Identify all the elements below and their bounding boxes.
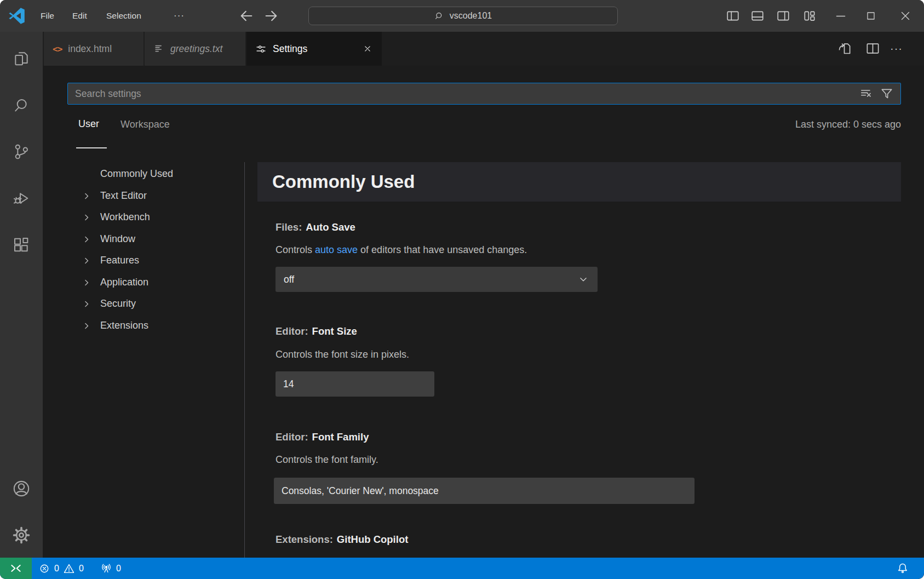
toggle-panel-icon[interactable]	[750, 8, 765, 24]
search-activity-icon[interactable]	[12, 96, 31, 114]
clear-search-icon[interactable]	[859, 87, 874, 101]
menu-selection-label: Selection	[106, 11, 141, 21]
broadcast-tower-icon	[100, 563, 112, 575]
section-heading-label: Commonly Used	[272, 171, 415, 192]
ellipsis-icon: ···	[890, 42, 903, 55]
toc-security[interactable]: Security	[43, 293, 237, 314]
setting-category: Editor:	[276, 325, 308, 337]
menu-selection[interactable]: Selection	[99, 0, 149, 32]
scope-tab-workspace[interactable]: Workspace	[120, 119, 170, 130]
scope-tab-user[interactable]: User	[78, 118, 99, 130]
command-center-value: vscode101	[450, 11, 492, 21]
vscode-logo-icon	[9, 8, 25, 24]
error-count: 0	[54, 564, 59, 574]
desc-text: Controls the font size in pixels.	[276, 349, 409, 360]
activity-bar	[0, 32, 43, 558]
setting-desc-editor-fontsize: Controls the font size in pixels.	[276, 349, 409, 360]
toggle-secondary-sidebar-icon[interactable]	[776, 8, 791, 24]
tab-index-html[interactable]: <> index.html	[44, 32, 144, 66]
vscode-window: File Edit Selection ··· vscode101	[0, 0, 924, 579]
font-size-input[interactable]	[276, 371, 434, 397]
setting-category: Editor:	[276, 431, 308, 443]
toc-commonly-used[interactable]: Commonly Used	[43, 163, 237, 185]
run-debug-icon[interactable]	[12, 189, 31, 208]
account-icon[interactable]	[12, 479, 31, 498]
setting-desc-editor-fontfamily: Controls the font family.	[276, 454, 378, 466]
command-center-search[interactable]: vscode101	[308, 7, 618, 25]
html-file-icon: <>	[53, 44, 62, 54]
remote-indicator-button[interactable]	[0, 558, 32, 579]
menu-edit[interactable]: Edit	[65, 0, 95, 32]
chevron-right-icon	[81, 191, 92, 202]
source-control-icon[interactable]	[12, 142, 31, 161]
toc-label: Security	[100, 298, 136, 309]
chevron-right-icon	[81, 234, 92, 245]
toc-divider	[244, 162, 245, 558]
chevron-right-icon	[81, 212, 92, 223]
toc-label: Text Editor	[100, 190, 147, 202]
maximize-window-button[interactable]	[863, 8, 879, 24]
settings-search-input[interactable]	[67, 83, 901, 105]
navigate-back-button[interactable]	[239, 8, 254, 24]
section-heading: Commonly Used	[257, 162, 901, 202]
minimize-window-button[interactable]	[833, 8, 848, 24]
navigate-forward-button[interactable]	[263, 8, 279, 24]
last-synced-label: Last synced: 0 secs ago	[795, 119, 901, 130]
setting-name: GitHub Copilot	[337, 534, 409, 545]
title-bar: File Edit Selection ··· vscode101	[0, 0, 924, 32]
filter-icon[interactable]	[880, 87, 894, 101]
open-settings-json-button[interactable]	[837, 41, 852, 56]
toc-text-editor[interactable]: Text Editor	[43, 185, 237, 207]
ports-count: 0	[116, 564, 121, 574]
tab-greetings-txt[interactable]: greetings.txt	[145, 32, 245, 66]
settings-editor: User Workspace Last synced: 0 secs ago C…	[43, 66, 924, 558]
status-bar: 0 0 0	[0, 558, 924, 579]
toc-extensions[interactable]: Extensions	[43, 315, 237, 336]
ellipsis-icon: ···	[174, 10, 185, 21]
toggle-primary-sidebar-icon[interactable]	[725, 8, 741, 24]
close-tab-icon[interactable]	[362, 43, 373, 54]
split-editor-button[interactable]	[865, 41, 880, 56]
menu-more-button[interactable]: ···	[166, 0, 192, 32]
autosave-select-value: off	[284, 274, 294, 285]
menu-file[interactable]: File	[33, 0, 62, 32]
settings-sliders-icon	[255, 43, 267, 55]
setting-category: Files:	[276, 221, 302, 233]
setting-name: Font Size	[312, 325, 357, 337]
setting-title-editor-fontsize: Editor:Font Size	[276, 325, 357, 337]
explorer-icon[interactable]	[12, 49, 31, 68]
toc-label: Commonly Used	[100, 168, 173, 180]
desc-text: Controls	[276, 244, 315, 255]
autosave-select[interactable]: off	[276, 267, 598, 292]
settings-gear-icon[interactable]	[12, 526, 31, 544]
toc-label: Extensions	[100, 320, 148, 331]
customize-layout-icon[interactable]	[802, 8, 817, 24]
extensions-icon[interactable]	[12, 236, 31, 254]
toc-window[interactable]: Window	[43, 228, 237, 250]
ports-status-button[interactable]: 0	[100, 558, 121, 579]
chevron-right-icon	[81, 277, 92, 288]
menu-file-label: File	[41, 11, 54, 21]
toc-application[interactable]: Application	[43, 272, 237, 293]
editor-tabs-bar: <> index.html greetings.txt Settings ···	[43, 32, 924, 66]
warning-icon	[63, 563, 75, 575]
editor-more-actions-button[interactable]: ···	[889, 41, 904, 56]
toc-label: Window	[100, 233, 135, 245]
chevron-right-icon	[81, 320, 92, 331]
menu-edit-label: Edit	[72, 11, 87, 21]
auto-save-link[interactable]: auto save	[315, 244, 358, 255]
warning-count: 0	[79, 564, 84, 574]
desc-text: Controls the font family.	[276, 454, 378, 465]
font-family-input[interactable]	[274, 478, 695, 504]
toc-workbench[interactable]: Workbench	[43, 207, 237, 228]
tab-settings-active[interactable]: Settings	[246, 32, 382, 66]
problems-status-button[interactable]: 0 0	[38, 558, 84, 579]
chevron-right-icon	[81, 255, 92, 266]
notifications-bell-icon[interactable]	[896, 561, 909, 575]
close-window-button[interactable]	[898, 8, 913, 24]
toc-features[interactable]: Features	[43, 250, 237, 271]
setting-title-extensions-copilot: Extensions:GitHub Copilot	[276, 534, 408, 546]
toc-label: Workbench	[100, 211, 150, 223]
setting-category: Extensions:	[276, 534, 333, 545]
remote-icon	[10, 563, 22, 575]
